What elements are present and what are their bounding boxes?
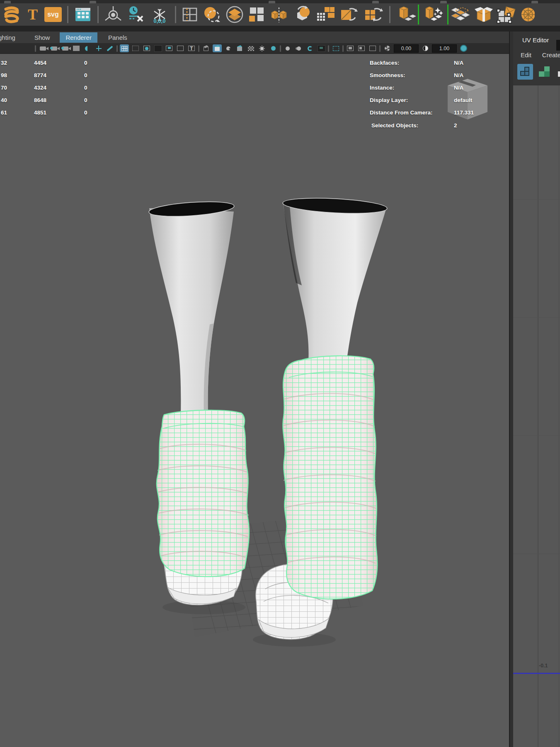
diagonal-tiles-icon[interactable] (448, 5, 473, 24)
rotate-square-icon[interactable] (337, 5, 361, 24)
rotate-component-icon[interactable] (290, 5, 314, 24)
shaded-mode-icon-active[interactable] (213, 44, 222, 52)
motion-blur-icon[interactable] (294, 44, 303, 52)
uv-shell-tool-button-active[interactable] (517, 64, 533, 80)
uv-grid-hline (513, 317, 560, 318)
shadows-icon[interactable] (269, 44, 278, 52)
lock-camera-icon[interactable] (49, 44, 58, 52)
locator-icon[interactable] (102, 5, 124, 24)
hud-value: default (454, 97, 472, 103)
uv-layout-button[interactable] (536, 64, 552, 80)
mirror-geometry-icon[interactable] (267, 5, 290, 24)
isolate-view-selected-icon[interactable] (346, 44, 355, 52)
safe-action-icon[interactable] (176, 44, 185, 52)
corner-pin-icon[interactable] (495, 5, 518, 24)
grid-blocks-icon[interactable] (314, 5, 337, 24)
textured-mode-icon[interactable] (235, 44, 244, 52)
uv-menu-edit[interactable]: Edit (521, 51, 531, 58)
safe-title-glyph: T (188, 46, 195, 51)
uv-grid-hline (513, 436, 560, 436)
select-camera-icon[interactable] (38, 44, 47, 52)
uv-editor-grid-area[interactable]: -0.1 (513, 85, 560, 747)
sweep-mesh-icon-active[interactable] (418, 5, 448, 24)
hud-cell: 8774 (34, 72, 46, 78)
rotate-quad-icon[interactable] (361, 5, 386, 24)
exposure-icon[interactable] (383, 44, 392, 52)
shelf-separator (67, 6, 68, 23)
grease-pencil-icon[interactable] (105, 44, 114, 52)
grid-toggle-icon-active[interactable] (120, 44, 129, 52)
circularize-icon[interactable] (200, 5, 223, 24)
viewport-3d[interactable]: 32 4454 0 98 8774 0 70 4324 0 40 8648 0 … (0, 54, 511, 747)
left-legwarmer-mesh[interactable] (157, 410, 249, 577)
menu-show[interactable]: Show (29, 32, 56, 43)
view-transform-icon[interactable] (459, 44, 468, 52)
exposure-field[interactable]: 0.00 (394, 44, 419, 53)
cached-playback-icon[interactable] (305, 44, 315, 52)
menu-lighting[interactable]: ghting (0, 32, 21, 43)
contrast-icon[interactable] (421, 44, 430, 52)
uv-distortion-button[interactable] (555, 64, 560, 80)
shelf-bar: T svg 0,0,0 (0, 0, 560, 26)
uv-editor-toolbar (517, 64, 560, 80)
isolate-add-selected-icon[interactable] (357, 44, 366, 52)
right-leg-mesh[interactable] (282, 196, 387, 362)
svg-badge: svg (44, 7, 62, 22)
layered-texture-icon[interactable] (223, 5, 246, 24)
open-cube-icon[interactable] (473, 5, 495, 24)
text-tool-icon[interactable]: T (23, 5, 42, 24)
shaded-textured-icon[interactable] (224, 44, 233, 52)
image-capture-icon[interactable] (368, 44, 377, 52)
scene-legs-legwarmers (0, 54, 511, 747)
wireframe-mode-icon[interactable] (201, 44, 211, 52)
panel-gap-band (0, 26, 560, 32)
hud-cell: 32 (1, 60, 7, 66)
uv-grid-hline (513, 554, 560, 554)
hud-cell: 0 (84, 60, 87, 66)
wheel-icon[interactable] (518, 5, 535, 24)
film-gate-icon[interactable] (131, 44, 140, 52)
screen-space-ao-icon[interactable] (283, 44, 292, 52)
hud-cell: 0 (84, 97, 87, 103)
bookmarks-icon[interactable] (72, 44, 81, 52)
hud-value: 117.331 (454, 109, 474, 116)
uv-menu-create[interactable]: Create (542, 51, 560, 58)
toolbar-separator (116, 45, 118, 52)
image-plane-icon[interactable] (83, 44, 92, 52)
right-legwarmer-mesh[interactable] (283, 356, 377, 599)
panel-menu-bar: ghting Show Renderer Panels (0, 32, 511, 43)
safe-title-icon[interactable]: T (187, 44, 196, 52)
uv-grid-hline (513, 199, 560, 200)
quad-view-icon[interactable] (179, 5, 200, 24)
lighting-icon[interactable] (257, 44, 267, 52)
shelf-separator (389, 6, 390, 23)
field-chart-icon[interactable] (165, 44, 174, 52)
arrange-squares-icon[interactable] (246, 5, 267, 24)
shelf-tab-strip[interactable] (0, 0, 560, 3)
hud-cell: 70 (1, 85, 7, 91)
spreadsheet-icon[interactable] (72, 5, 94, 24)
isolate-select-icon[interactable] (331, 44, 340, 52)
svg-tool-icon[interactable]: svg (42, 5, 64, 24)
toolbar-separator (328, 45, 329, 52)
menu-panels[interactable]: Panels (102, 32, 133, 43)
extrude-cube-icon[interactable] (394, 5, 418, 24)
menu-renderer[interactable]: Renderer (60, 32, 97, 43)
hud-cell: 0 (84, 85, 87, 91)
helix-tool-icon[interactable] (0, 5, 23, 24)
hud-cell: 61 (1, 109, 7, 116)
two-d-pan-zoom-icon[interactable] (94, 44, 103, 52)
gate-mask-icon[interactable] (153, 44, 162, 52)
hud-label: Instance: (370, 85, 394, 91)
freeze-origin-icon[interactable]: 0,0,0 (148, 5, 172, 24)
hud-cell: 40 (1, 97, 7, 103)
uv-editor-dock-tab[interactable] (556, 40, 560, 51)
gamma-field[interactable]: 1.00 (432, 44, 457, 53)
anti-alias-icon[interactable] (317, 44, 326, 52)
hud-cell: 4851 (34, 109, 46, 116)
resolution-gate-icon[interactable] (142, 44, 151, 52)
time-editor-icon[interactable] (124, 5, 148, 24)
left-leg-mesh[interactable] (148, 200, 235, 417)
use-all-lights-icon[interactable] (246, 44, 255, 52)
camera-attributes-icon[interactable] (61, 44, 70, 52)
